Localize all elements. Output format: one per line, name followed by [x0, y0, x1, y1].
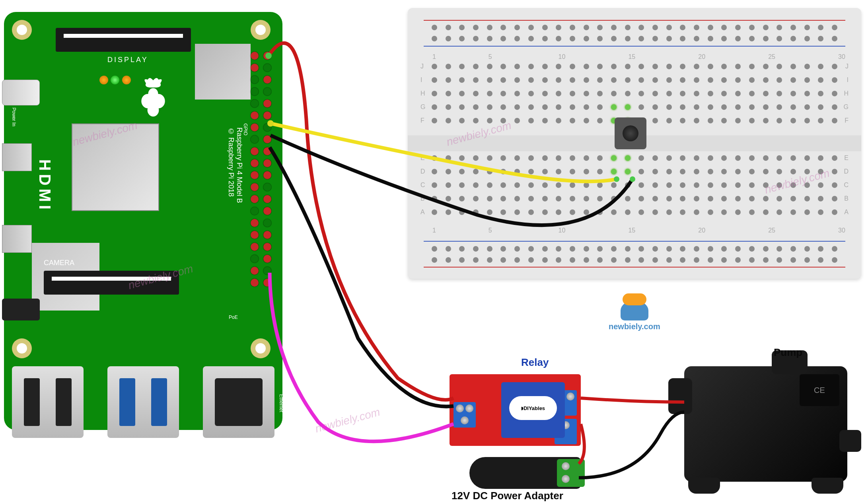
- gpio-pin-icon: [263, 123, 271, 131]
- owl-icon: [617, 293, 652, 320]
- relay-input-terminal: [453, 402, 476, 428]
- gpio-pin-icon: [251, 279, 259, 287]
- poe-label: PoE: [229, 315, 238, 320]
- col-label: 25: [768, 53, 775, 61]
- ram-chip-icon: [195, 44, 251, 100]
- pump-label: Pump: [774, 346, 802, 359]
- gpio-pin-icon: [251, 267, 259, 275]
- av-jack-icon: [2, 299, 40, 320]
- gpio-pin-icon: [251, 111, 259, 119]
- rail-blue-icon: [424, 46, 845, 47]
- gpio-pin-icon: [263, 159, 271, 167]
- row-label: E: [844, 154, 849, 162]
- gpio-pin-icon: [263, 88, 271, 96]
- row-label: J: [845, 63, 849, 70]
- gpio-pin-icon: [251, 255, 259, 263]
- gpio-pin-icon: [263, 255, 271, 263]
- gpio-pin-icon: [263, 76, 271, 84]
- gpio-pin-icon: [263, 171, 271, 179]
- mount-hole-icon: [251, 20, 271, 40]
- gpio-pin-icon: [263, 279, 271, 287]
- gpio-pin-icon: [263, 64, 271, 72]
- gpio-pin-icon: [251, 88, 259, 96]
- row-label: G: [420, 104, 425, 111]
- mount-hole-icon: [12, 338, 32, 358]
- gpio-pin-icon: [251, 76, 259, 84]
- gpio-pin-icon: [251, 147, 259, 155]
- gpio-pin-icon: [251, 195, 259, 203]
- gpio-pin-icon: [251, 64, 259, 72]
- hdmi-label: HDMI: [36, 159, 54, 213]
- led-green-icon: [111, 76, 119, 84]
- usb2-block: [12, 366, 84, 438]
- pi-model-text: Raspberry Pi 4 Model B © Raspberry Pi 20…: [227, 127, 243, 203]
- row-label: A: [420, 209, 425, 216]
- camera-label: CAMERA: [44, 259, 74, 267]
- pump-foot-icon: [812, 478, 843, 494]
- col-label: 15: [628, 53, 635, 61]
- col-label: 20: [698, 53, 705, 61]
- gpio-pin-icon: [251, 171, 259, 179]
- usbc-port-icon: [2, 80, 40, 105]
- col-label: 10: [559, 53, 566, 61]
- rail-red-icon: [424, 267, 845, 268]
- display-label: DISPLAY: [107, 56, 148, 64]
- row-label: F: [845, 117, 849, 124]
- gpio-pin-icon: [263, 219, 271, 227]
- led-orange-icon: [99, 76, 108, 84]
- logo-text: newbiely.com: [609, 322, 660, 331]
- gpio-pin-icon: [263, 147, 271, 155]
- tact-button: [615, 117, 646, 149]
- row-label: I: [847, 76, 849, 84]
- gpio-pin-icon: [251, 123, 259, 131]
- pump-ce-label: CE: [800, 374, 839, 406]
- relay-label: Relay: [521, 356, 549, 369]
- gpio-pin-icon: [251, 52, 259, 60]
- usb-port-icon: [24, 378, 40, 426]
- row-label: D: [420, 168, 425, 175]
- gpio-pin-icon: [263, 267, 271, 275]
- row-label: B: [420, 195, 425, 202]
- raspberry-pi: DISPLAY CAMERA HDMI Raspberry Pi 4 Model…: [4, 12, 282, 430]
- watermark-text: newbiely.com: [314, 406, 381, 435]
- row-label: H: [420, 90, 425, 97]
- button-cap-icon: [623, 125, 638, 141]
- row-label: H: [844, 90, 849, 97]
- svg-point-3: [148, 88, 158, 100]
- relay-brand-label: ◗DIYables: [509, 396, 557, 420]
- col-label: 25: [768, 227, 775, 234]
- led-orange-icon: [122, 76, 131, 84]
- gpio-pin-icon: [263, 243, 271, 251]
- gpio-pin-icon: [263, 231, 271, 239]
- ethernet-port-icon: [215, 378, 263, 426]
- rail-red-icon: [424, 20, 845, 21]
- raspberry-logo-icon: [135, 76, 171, 119]
- gpio-pin-icon: [263, 100, 271, 107]
- gpio-pin-icon: [251, 100, 259, 107]
- usb2-label: USB2: [22, 442, 34, 447]
- gpio-pin-icon: [251, 243, 259, 251]
- row-label: B: [844, 195, 849, 202]
- pump-inlet-icon: [668, 378, 692, 414]
- col-label: 1: [432, 227, 436, 234]
- dc-terminal-icon: [557, 459, 585, 487]
- mount-hole-icon: [12, 20, 32, 40]
- col-label: 30: [838, 53, 845, 61]
- col-label: 5: [488, 53, 492, 61]
- col-label: 20: [698, 227, 705, 234]
- gpio-pin-icon: [251, 219, 259, 227]
- ethernet-label: Ethernet: [278, 394, 284, 412]
- pump-foot-icon: [688, 478, 720, 494]
- usb3-port-icon: [119, 378, 135, 426]
- row-label: I: [420, 76, 422, 84]
- row-label: F: [420, 117, 424, 124]
- display-connector: [56, 28, 191, 52]
- status-leds: [99, 76, 132, 86]
- usb3-block: [107, 366, 179, 438]
- svg-point-2: [148, 104, 159, 116]
- row-label: C: [420, 182, 425, 189]
- gpio-pin-icon: [251, 135, 259, 143]
- mount-hole-icon: [251, 338, 271, 358]
- pump-outlet-icon: [839, 430, 861, 452]
- dc-adapter-label: 12V DC Power Adapter: [452, 490, 563, 502]
